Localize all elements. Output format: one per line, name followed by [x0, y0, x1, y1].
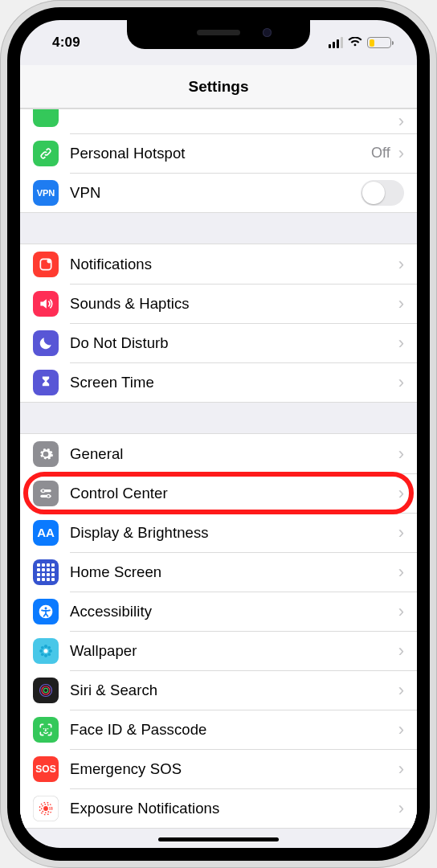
row-label: Sounds & Haptics — [70, 295, 397, 313]
notch — [127, 20, 310, 49]
chevron-right-icon: › — [398, 483, 404, 504]
chevron-right-icon: › — [398, 759, 404, 780]
row-screen-time[interactable]: Screen Time› — [20, 362, 417, 402]
sos-icon: SOS — [33, 756, 59, 782]
row-label: Do Not Disturb — [70, 334, 397, 352]
row-home-screen[interactable]: Home Screen› — [20, 552, 417, 592]
group-spacer — [20, 213, 417, 244]
row-general[interactable]: General› — [20, 434, 417, 473]
toggle-switch[interactable] — [361, 180, 404, 206]
siri-icon — [33, 678, 59, 703]
chevron-right-icon: › — [398, 444, 404, 465]
svg-point-4 — [42, 489, 45, 492]
svg-point-16 — [47, 653, 51, 656]
chevron-right-icon: › — [398, 522, 404, 543]
svg-point-12 — [49, 649, 52, 652]
chevron-right-icon: › — [398, 111, 404, 132]
row-exposure-notifications[interactable]: Exposure Notifications› — [20, 788, 417, 828]
group-spacer — [20, 403, 417, 433]
moon-icon — [33, 330, 59, 356]
hourglass-icon — [33, 370, 59, 395]
row-label: Emergency SOS — [70, 760, 397, 778]
chevron-right-icon: › — [398, 254, 404, 275]
row-label: Siri & Search — [70, 682, 397, 699]
chevron-right-icon: › — [398, 372, 404, 393]
vpn-icon: VPN — [33, 180, 59, 206]
row-label: General — [70, 445, 397, 463]
flower-icon — [33, 638, 59, 664]
row-label: Accessibility — [70, 603, 397, 620]
row-wallpaper[interactable]: Wallpaper› — [20, 631, 417, 670]
row-emergency-sos[interactable]: SOSEmergency SOS› — [20, 749, 417, 788]
grid-icon — [33, 559, 59, 585]
row-siri-search[interactable]: Siri & Search› — [20, 670, 417, 710]
screen: 4:09 Settings ›Personal HotspotOff›VPNVP… — [20, 20, 417, 848]
svg-point-1 — [47, 259, 51, 263]
row-notifications[interactable]: Notifications› — [20, 244, 417, 284]
svg-point-22 — [43, 806, 48, 811]
svg-point-18 — [42, 686, 50, 694]
chevron-right-icon: › — [398, 680, 404, 701]
page-title: Settings — [189, 78, 249, 96]
svg-point-20 — [43, 727, 45, 729]
row-accessibility[interactable]: Accessibility› — [20, 592, 417, 631]
row-partial-top[interactable]: › — [20, 109, 417, 133]
row-label: Home Screen — [70, 563, 397, 581]
device-body: 4:09 Settings ›Personal HotspotOff›VPNVP… — [7, 7, 430, 861]
settings-group: General›Control Center›AADisplay & Brigh… — [20, 433, 417, 829]
chevron-right-icon: › — [398, 562, 404, 583]
svg-point-8 — [44, 649, 48, 653]
navigation-bar: Settings — [20, 65, 417, 108]
svg-point-15 — [41, 653, 44, 656]
chevron-right-icon: › — [398, 293, 404, 314]
cellular-signal-icon — [329, 37, 343, 48]
svg-point-14 — [47, 645, 51, 649]
device-frame: 4:09 Settings ›Personal HotspotOff›VPNVP… — [0, 0, 437, 868]
chevron-right-icon: › — [398, 601, 404, 622]
settings-group: Notifications›Sounds & Haptics›Do Not Di… — [20, 244, 417, 403]
row-label: Screen Time — [70, 374, 397, 391]
wifi-icon — [348, 37, 362, 48]
chevron-right-icon: › — [398, 719, 404, 740]
chain-icon — [33, 141, 59, 166]
chevron-right-icon: › — [398, 333, 404, 354]
aa-icon: AA — [33, 520, 59, 546]
row-detail: Off — [371, 145, 390, 162]
svg-point-10 — [44, 653, 47, 657]
svg-point-11 — [39, 649, 43, 652]
sound-icon — [33, 291, 59, 317]
row-sounds-haptics[interactable]: Sounds & Haptics› — [20, 284, 417, 323]
row-label: Face ID & Passcode — [70, 721, 397, 739]
row-vpn[interactable]: VPNVPN — [20, 173, 417, 212]
status-time: 4:09 — [52, 35, 80, 51]
sliders-icon — [33, 481, 59, 506]
row-label: Notifications — [70, 256, 397, 273]
settings-group: ›Personal HotspotOff›VPNVPN — [20, 108, 417, 213]
row-display-brightness[interactable]: AADisplay & Brightness› — [20, 513, 417, 552]
chevron-right-icon: › — [398, 798, 404, 819]
row-label: Control Center — [70, 485, 397, 502]
row-do-not-disturb[interactable]: Do Not Disturb› — [20, 323, 417, 362]
notif-icon — [33, 252, 59, 277]
row-control-center[interactable]: Control Center› — [20, 473, 417, 513]
access-icon — [33, 599, 59, 624]
battery-icon — [367, 37, 391, 48]
gear-icon — [33, 441, 59, 467]
home-indicator[interactable] — [158, 837, 279, 841]
exposure-icon — [33, 796, 59, 821]
row-label: VPN — [70, 184, 361, 202]
row-label: Wallpaper — [70, 642, 397, 660]
svg-point-13 — [41, 645, 44, 649]
settings-list[interactable]: ›Personal HotspotOff›VPNVPNNotifications… — [20, 108, 417, 848]
row-face-id-passcode[interactable]: Face ID & Passcode› — [20, 710, 417, 749]
svg-point-21 — [47, 727, 49, 729]
svg-point-9 — [44, 645, 47, 648]
row-personal-hotspot[interactable]: Personal HotspotOff› — [20, 133, 417, 173]
faceid-icon — [33, 717, 59, 743]
chevron-right-icon: › — [398, 143, 404, 164]
svg-point-5 — [47, 494, 50, 497]
row-label: Personal Hotspot — [70, 145, 371, 162]
svg-point-19 — [43, 688, 47, 692]
row-label: Exposure Notifications — [70, 800, 397, 817]
row-label: Display & Brightness — [70, 524, 397, 542]
